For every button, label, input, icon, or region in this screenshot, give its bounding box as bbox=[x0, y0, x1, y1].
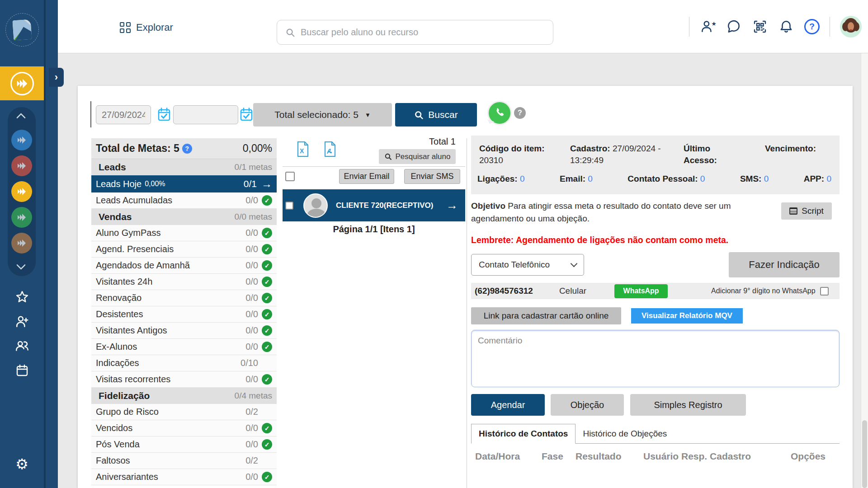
metas-item-p-s-venda[interactable]: Pós Venda0/0✓ bbox=[91, 436, 277, 453]
metas-section-vendas: Vendas0/0 metas bbox=[91, 209, 277, 225]
metas-item-visitantes-antigos[interactable]: Visitantes Antigos0/0✓ bbox=[91, 323, 277, 339]
goal-circle-0[interactable] bbox=[11, 130, 32, 150]
export-excel-icon[interactable]: X bbox=[296, 141, 310, 157]
chevron-down-icon[interactable] bbox=[16, 263, 27, 270]
tab-hist-rico-de-obje-es[interactable]: Histórico de Objeções bbox=[576, 424, 674, 443]
chevron-up-icon[interactable] bbox=[16, 113, 27, 120]
meta-label: Renovação bbox=[96, 293, 142, 303]
date-end-input[interactable] bbox=[173, 105, 238, 124]
link-cartao-button[interactable]: Link para cadastrar cartão online bbox=[471, 307, 621, 324]
favorites-star-icon[interactable] bbox=[14, 289, 30, 305]
global-search[interactable] bbox=[277, 20, 553, 45]
fazer-indicacao-button[interactable]: Fazer Indicação bbox=[729, 252, 840, 277]
whatsapp-send-button[interactable]: WhatsApp bbox=[614, 284, 668, 298]
stat-ligaes: Ligações: 0 bbox=[477, 174, 525, 184]
client-info-box: Código do item: 20310 Cadastro: 27/09/20… bbox=[471, 136, 840, 194]
calendar-picker-icon-end[interactable] bbox=[240, 107, 253, 122]
metas-percent: 0,00% bbox=[243, 142, 272, 155]
goal-circle-1[interactable] bbox=[11, 155, 32, 176]
contact-type-select[interactable]: Contato Telefônico bbox=[471, 254, 584, 276]
meta-value: 0/0 bbox=[245, 309, 258, 319]
calendar-icon[interactable] bbox=[14, 362, 30, 379]
explorar-menu[interactable]: Explorar bbox=[120, 22, 173, 33]
metas-item-aniversariantes[interactable]: Aniversariantes0/0✓ bbox=[91, 469, 277, 485]
objecao-button[interactable]: Objeção bbox=[551, 394, 624, 416]
client-row[interactable]: CLIENTE 720(RECEPTIVO) → bbox=[283, 189, 465, 221]
metas-item-grupo-de-risco[interactable]: Grupo de Risco0/2 bbox=[91, 404, 277, 420]
metas-item-leads-hoje[interactable]: Leads Hoje0,00%0/1→ bbox=[91, 175, 277, 192]
user-avatar[interactable] bbox=[840, 16, 862, 38]
client-checkbox[interactable] bbox=[285, 202, 293, 210]
explorar-label: Explorar bbox=[136, 22, 173, 33]
buscar-button[interactable]: Buscar bbox=[395, 103, 477, 127]
search-input[interactable] bbox=[301, 27, 545, 38]
contact-type-value: Contato Telefônico bbox=[479, 260, 550, 270]
scrollbar-thumb[interactable] bbox=[862, 420, 867, 488]
arrow-right-icon[interactable]: → bbox=[261, 178, 272, 190]
agendar-button[interactable]: Agendar bbox=[471, 394, 545, 416]
meta-label: Vendas bbox=[96, 211, 132, 222]
date-start-input[interactable] bbox=[96, 105, 151, 124]
header-divider bbox=[689, 17, 689, 37]
metas-item-faltosos[interactable]: Faltosos0/2 bbox=[91, 453, 277, 469]
tab-hist-rico-de-contatos[interactable]: Histórico de Contatos bbox=[471, 424, 576, 444]
meta-label: Pós Venda bbox=[96, 439, 140, 450]
users-icon[interactable] bbox=[14, 338, 30, 354]
stat-app: APP: 0 bbox=[804, 174, 831, 184]
metas-item-ex-alunos[interactable]: Ex-Alunos0/0✓ bbox=[91, 339, 277, 355]
metas-item-aluno-gympass[interactable]: Aluno GymPass0/0✓ bbox=[91, 225, 277, 241]
meta-value: 0/0 bbox=[245, 195, 258, 206]
add-user-icon[interactable] bbox=[14, 314, 30, 330]
comentario-textarea[interactable] bbox=[471, 330, 840, 387]
nono-digito-checkbox[interactable] bbox=[820, 287, 829, 296]
meta-label: Fidelização bbox=[96, 390, 150, 401]
goal-circle-2-active[interactable] bbox=[11, 181, 32, 202]
stat-value[interactable]: 0 bbox=[700, 174, 705, 183]
meta-label: Agendados de Amanhã bbox=[96, 260, 190, 271]
stat-value[interactable]: 0 bbox=[826, 174, 831, 183]
metas-item-leads-acumuladas[interactable]: Leads Acumuladas0/0✓ bbox=[91, 192, 277, 209]
company-logo[interactable] bbox=[0, 8, 44, 51]
help-icon[interactable]: ? bbox=[804, 19, 820, 34]
simples-registro-button[interactable]: Simples Registro bbox=[630, 394, 746, 416]
settings-gear-icon[interactable]: ⚙ bbox=[15, 455, 28, 473]
enviar-email-button[interactable]: Enviar Email bbox=[339, 169, 394, 184]
stat-value[interactable]: 0 bbox=[588, 174, 593, 183]
sidebar-expand-button[interactable]: › bbox=[49, 68, 64, 87]
goal-circle-4[interactable] bbox=[11, 233, 32, 253]
metas-item-visitantes-24h[interactable]: Visitantes 24h0/0✓ bbox=[91, 274, 277, 290]
export-pdf-icon[interactable] bbox=[323, 141, 337, 157]
metas-item-visitas-recorrentes[interactable]: Visitas recorrentes0/0✓ bbox=[91, 371, 277, 388]
meta-value: 0/1 metas bbox=[235, 162, 272, 172]
chat-icon[interactable] bbox=[726, 19, 742, 35]
metas-item-indica-es[interactable]: Indicações0/10 bbox=[91, 355, 277, 371]
goal-met-check-icon: ✓ bbox=[262, 293, 272, 303]
meta-value: 0/0 bbox=[245, 374, 258, 385]
metas-item-vencidos[interactable]: Vencidos0/0✓ bbox=[91, 420, 277, 436]
stat-value[interactable]: 0 bbox=[520, 174, 525, 183]
metas-item-desistentes[interactable]: Desistentes0/0✓ bbox=[91, 306, 277, 323]
page-scrollbar[interactable] bbox=[861, 53, 868, 488]
total-selecionado-dropdown[interactable]: Total selecionado: 5 ▼ bbox=[253, 103, 392, 127]
metas-help-icon[interactable]: ? bbox=[182, 144, 192, 154]
script-button[interactable]: Script bbox=[781, 202, 832, 220]
goal-circle-3[interactable] bbox=[11, 207, 32, 228]
enviar-sms-button[interactable]: Enviar SMS bbox=[404, 169, 460, 184]
client-arrow-icon[interactable]: → bbox=[446, 198, 458, 212]
select-all-checkbox[interactable] bbox=[285, 172, 295, 181]
metas-item-renova-o[interactable]: Renovação0/0✓ bbox=[91, 290, 277, 306]
metas-item-agend-presenciais[interactable]: Agend. Presenciais0/0✓ bbox=[91, 241, 277, 258]
sidebar-item-crm-active[interactable] bbox=[0, 66, 44, 100]
qr-code-icon[interactable] bbox=[752, 19, 768, 35]
stat-value[interactable]: 0 bbox=[764, 174, 769, 183]
calendar-picker-icon-start[interactable] bbox=[157, 107, 171, 122]
metas-title: Total de Metas: 5 bbox=[96, 142, 179, 155]
script-label: Script bbox=[802, 206, 824, 216]
user-star-icon[interactable]: ★ bbox=[699, 19, 716, 35]
pesquisar-aluno-button[interactable]: Pesquisar aluno bbox=[379, 149, 456, 164]
relatorio-mqv-button[interactable]: Visualizar Relatório MQV bbox=[631, 308, 743, 324]
meta-value: 0/1 bbox=[244, 178, 257, 189]
metas-item-agendados-de-amanh-[interactable]: Agendados de Amanhã0/0✓ bbox=[91, 258, 277, 274]
whatsapp-help-icon[interactable]: ? bbox=[514, 107, 526, 119]
notifications-bell-icon[interactable] bbox=[778, 19, 794, 35]
